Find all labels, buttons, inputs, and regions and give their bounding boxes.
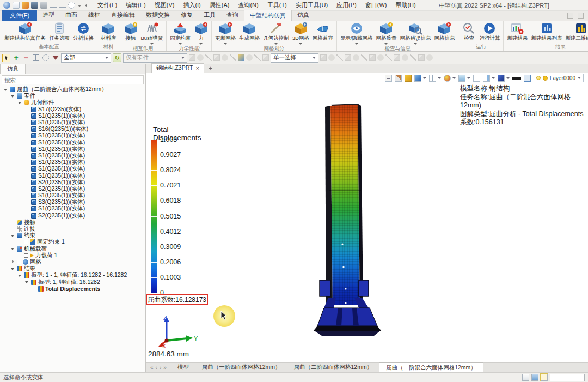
ribbon-tab[interactable]: 线框 — [83, 10, 106, 21]
force-button[interactable]: 力 — [192, 21, 210, 45]
ribbon-tab[interactable]: 直接编辑 — [106, 10, 140, 21]
new-2d-plot-button[interactable]: 新建二维绘图 — [564, 21, 588, 43]
chevron-down-icon[interactable] — [452, 77, 456, 79]
mesh-compat-button[interactable]: 网格兼容 — [311, 21, 335, 43]
tree-item[interactable]: 固定约束 1 — [0, 239, 145, 245]
check-button[interactable]: 检查 — [460, 21, 477, 43]
regen-icon[interactable] — [405, 75, 412, 82]
spreadsheet-icon[interactable] — [522, 374, 529, 381]
menu-item[interactable]: 窗口(W) — [362, 0, 391, 10]
menu-item[interactable]: 实用工具(U) — [292, 0, 332, 10]
new-file-icon[interactable] — [13, 2, 20, 9]
render-icon[interactable] — [444, 75, 451, 82]
menu-item[interactable]: 编辑(E) — [122, 0, 150, 10]
expand-down-icon[interactable] — [3, 87, 8, 92]
edge-control-button[interactable]: 几何边控制 — [261, 21, 291, 45]
tree-item[interactable]: 接触 — [0, 219, 145, 226]
notebook-icon[interactable] — [541, 374, 548, 381]
layer-visibility-icon[interactable] — [536, 76, 541, 80]
tree-item[interactable]: 约束 — [0, 232, 145, 239]
pick-box-icon[interactable] — [33, 54, 39, 61]
fixed-constraint-button[interactable]: 固定约束 — [168, 21, 192, 45]
new-result-list-button[interactable]: 新建结果列表 — [529, 21, 564, 43]
tab-simulation[interactable]: 仿真 — [0, 64, 26, 74]
minimize-ribbon-icon[interactable] — [567, 13, 573, 19]
viewport-canvas[interactable]: 模型名称:钢结构任务名称:屈曲（二阶混合六面体网格12mm)图解类型:屈曲分析 … — [146, 83, 588, 362]
checkbox[interactable] — [24, 240, 28, 244]
background-icon[interactable] — [458, 75, 465, 82]
generate-mesh-button[interactable]: 生成网格 — [237, 21, 261, 43]
bush-spring-button[interactable]: Bush弹簧 — [139, 21, 165, 45]
face-color-icon[interactable] — [524, 75, 531, 82]
chevron-down-icon[interactable] — [467, 77, 470, 79]
mesh-errors-button[interactable]: 网格错误信息 — [398, 21, 432, 45]
print-icon[interactable] — [40, 2, 47, 9]
checkbox[interactable] — [24, 253, 28, 258]
collapse-icon[interactable] — [84, 3, 88, 8]
app-logo-icon[interactable] — [3, 2, 10, 9]
tree-item[interactable]: 网格 — [0, 259, 145, 265]
new-document-tab[interactable]: + — [204, 64, 217, 73]
ribbon-tab[interactable]: 查询 — [221, 10, 244, 21]
ribbon-tab[interactable]: 数据交换 — [140, 10, 175, 21]
contact-button[interactable]: 接触 — [122, 21, 139, 43]
brush-icon[interactable] — [395, 75, 402, 82]
next-tab-icon[interactable]: › — [160, 365, 161, 371]
study-tab[interactable]: 模型 — [171, 362, 195, 373]
tree-item[interactable]: 零件 — [0, 93, 145, 99]
task-options-button[interactable]: 任务选项 — [47, 21, 71, 43]
last-tab-icon[interactable]: » — [163, 365, 167, 371]
new-sim-task-button[interactable]: 新建结构仿真任务 — [3, 21, 47, 43]
show-hide-mesh-button[interactable]: 显示/隐藏网格 — [339, 21, 375, 45]
tree-item[interactable]: 连接 — [0, 226, 145, 232]
mesh-3d-button[interactable]: 3D网格 — [291, 21, 311, 45]
ribbon-tab[interactable]: 曲面 — [60, 10, 83, 21]
study-tab[interactable]: 屈曲（二阶混合六面体网格12mm） — [379, 362, 483, 373]
menu-item[interactable]: 插入(I) — [179, 0, 204, 10]
menu-item[interactable]: 帮助(H) — [391, 0, 419, 10]
study-tab[interactable]: 屈曲（一阶四面体网格12mm） — [195, 362, 287, 373]
chevron-down-icon[interactable] — [423, 77, 426, 79]
study-tab[interactable]: 屈曲（二阶四面体网格12mm） — [287, 362, 379, 373]
ribbon-tab[interactable]: 中望结构仿真 — [244, 10, 292, 21]
ribbon-tab[interactable]: 工具 — [198, 10, 221, 21]
menu-item[interactable]: 应用(P) — [333, 0, 360, 10]
status-input[interactable] — [550, 374, 585, 381]
expand-down-icon[interactable] — [10, 266, 15, 271]
mesh-quality-button[interactable]: 网格质量 — [374, 21, 398, 45]
menu-item[interactable]: 查询(N) — [234, 0, 262, 10]
tree-item[interactable]: 屈曲（二阶混合六面体网格12mm） — [0, 86, 145, 93]
save-icon[interactable] — [31, 2, 38, 9]
menu-item[interactable]: 视图(V) — [151, 0, 179, 10]
expand-down-icon[interactable] — [10, 94, 15, 99]
dropdown-icon[interactable] — [77, 3, 82, 8]
scope-select[interactable]: 仅有零件 — [123, 53, 187, 63]
refresh-icon[interactable]: ↻ — [113, 53, 121, 62]
redo-icon[interactable] — [59, 3, 66, 8]
selection-mode-select[interactable]: 单一选择 — [271, 53, 318, 63]
shade-icon[interactable] — [414, 75, 421, 82]
select-cursor-icon[interactable] — [2, 54, 10, 62]
mesh-info-button[interactable]: 网格信息 — [432, 21, 456, 43]
expand-down-icon[interactable] — [24, 280, 29, 284]
viewport-icon[interactable] — [473, 75, 480, 82]
ribbon-tab[interactable]: 仿真 — [292, 10, 315, 21]
run-compute-button[interactable]: 运行计算 — [477, 21, 501, 43]
remove-selection-icon[interactable]: − — [22, 54, 30, 62]
checkbox[interactable] — [17, 260, 21, 264]
tree-item[interactable]: 振型: 1, 特征值: 16.1282 — [0, 278, 145, 285]
expand-down-icon[interactable] — [10, 246, 15, 251]
exit-icon[interactable] — [385, 75, 392, 82]
layer-select[interactable]: Layer0000 — [534, 74, 584, 82]
tree-item[interactable]: S2(Q235(1))(实体) — [0, 213, 145, 219]
menu-item[interactable]: 文件(F) — [94, 0, 121, 10]
analysis-convert-button[interactable]: 分析转换 — [71, 21, 95, 43]
first-tab-icon[interactable]: « — [150, 365, 154, 371]
search-input[interactable] — [2, 75, 144, 84]
expand-right-icon[interactable] — [10, 259, 15, 264]
update-mesh-button[interactable]: 更新网格 — [213, 21, 237, 45]
lasso-select-icon[interactable] — [42, 54, 49, 61]
tree-item[interactable]: Total Displacements — [0, 286, 145, 292]
material-lib-button[interactable]: 材料库 — [99, 21, 118, 43]
layer-color-icon[interactable] — [543, 76, 548, 81]
